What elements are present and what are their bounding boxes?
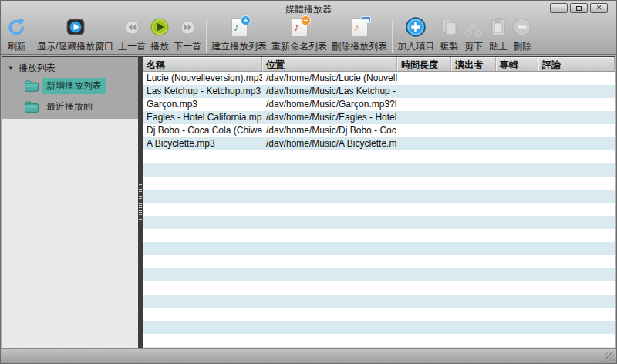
create-playlist-button[interactable]: ♪ + 建立播放列表	[209, 15, 269, 55]
cell-artist	[451, 124, 496, 137]
cell-album	[496, 137, 538, 150]
table-row[interactable]: Eagles - Hotel California.mp3 /dav/home/…	[143, 111, 615, 124]
table-row[interactable]: Las Ketchup - Ketchup.mp3 /dav/home/Musi…	[143, 85, 615, 98]
sidebar-item-label: 新增播放列表	[42, 78, 106, 94]
media-player-window: 媒體播放器 – ✕ 刷新	[0, 0, 617, 364]
tree-root-playlists[interactable]: ▼ 播放列表	[2, 60, 138, 76]
sidebar-splitter[interactable]	[138, 57, 143, 348]
cell-name: Eagles - Hotel California.mp3	[143, 111, 262, 124]
sidebar-item-recently-played[interactable]: 最近播放的	[2, 96, 138, 117]
delete-playlist-button[interactable]: ♪ ▬ 刪除播放列表	[329, 15, 389, 55]
rename-playlist-label: 重新命名列表	[271, 40, 327, 53]
cut-icon	[464, 15, 484, 39]
delete-button[interactable]: 刪除	[511, 15, 534, 55]
play-button[interactable]: 播放	[148, 15, 171, 55]
cell-name: Lucie (Nouvelleversion).mp3	[143, 72, 262, 85]
next-track-button[interactable]: 下一首	[171, 15, 204, 55]
refresh-icon	[6, 15, 27, 39]
cell-duration	[397, 85, 451, 98]
toolbar: 刷新 显示/隐藏播放窗口	[1, 15, 616, 55]
table-row[interactable]: A Bicyclette.mp3 /dav/home/Music/A Bicyc…	[143, 137, 615, 150]
show-hide-player-window-icon	[66, 15, 85, 39]
refresh-button[interactable]: 刷新	[4, 15, 29, 55]
cell-location: /dav/home/Music/Las Ketchup - I	[262, 85, 397, 98]
next-track-label: 下一首	[174, 40, 201, 53]
add-item-button[interactable]: 加入項目	[395, 15, 437, 55]
column-header-artist[interactable]: 演出者	[451, 57, 496, 71]
playlist-sidebar: ▼ 播放列表 新增播放列表	[2, 57, 138, 348]
show-hide-player-window-button[interactable]: 显示/隐藏播放窗口	[35, 15, 116, 55]
minimize-button[interactable]: –	[550, 3, 568, 13]
paste-button[interactable]: 貼上	[486, 15, 511, 55]
cell-name: A Bicyclette.mp3	[143, 137, 262, 150]
previous-track-icon	[125, 15, 140, 39]
column-header-album[interactable]: 專輯	[496, 57, 538, 71]
cell-name: Dj Bobo - Coca Cola (Chiwav	[143, 124, 262, 137]
previous-track-button[interactable]: 上一首	[116, 15, 148, 55]
cell-comment	[538, 137, 615, 150]
cell-artist	[451, 72, 496, 85]
table-header: 名稱 位置 時間長度 演出者 專輯 評論	[143, 57, 615, 72]
column-header-location[interactable]: 位置	[262, 57, 397, 71]
cell-comment	[538, 124, 615, 137]
rename-playlist-button[interactable]: ♪ − 重新命名列表	[269, 15, 329, 55]
cell-artist	[451, 98, 496, 111]
play-label: 播放	[150, 40, 169, 53]
cell-album	[496, 111, 538, 124]
previous-track-label: 上一首	[118, 40, 146, 53]
cell-artist	[451, 85, 496, 98]
window-chrome: 媒體播放器 – ✕ 刷新	[1, 1, 616, 55]
copy-icon	[439, 15, 459, 39]
folder-icon	[25, 80, 39, 92]
playlist-tree: ▼ 播放列表 新增播放列表	[2, 57, 138, 119]
titlebar[interactable]: 媒體播放器 – ✕	[1, 1, 616, 15]
add-item-icon	[406, 15, 426, 39]
cell-comment	[538, 98, 615, 111]
table-row[interactable]: Lucie (Nouvelleversion).mp3 /dav/home/Mu…	[143, 72, 615, 85]
cell-location: /dav/home/Music/Eagles - Hotel	[262, 111, 397, 124]
cell-comment	[538, 85, 615, 98]
column-header-comment[interactable]: 評論	[538, 57, 615, 71]
create-playlist-label: 建立播放列表	[211, 40, 267, 53]
cell-name: Garçon.mp3	[143, 98, 262, 111]
track-table: 名稱 位置 時間長度 演出者 專輯 評論 Lucie (Nouvellevers…	[143, 57, 615, 348]
paste-icon	[488, 15, 508, 39]
delete-label: 刪除	[513, 40, 531, 53]
delete-playlist-label: 刪除播放列表	[332, 40, 387, 53]
play-icon	[150, 15, 169, 39]
copy-button[interactable]: 複製	[437, 15, 461, 55]
create-playlist-icon: ♪ +	[231, 15, 248, 39]
column-header-duration[interactable]: 時間長度	[397, 57, 451, 71]
table-body: Lucie (Nouvelleversion).mp3 /dav/home/Mu…	[143, 72, 615, 348]
sidebar-item-new-playlist[interactable]: 新增播放列表	[2, 76, 138, 96]
window-controls: – ✕	[550, 3, 608, 13]
paste-label: 貼上	[489, 40, 507, 53]
refresh-label: 刷新	[8, 40, 26, 53]
rename-playlist-icon: ♪ −	[292, 15, 308, 39]
cell-name: Las Ketchup - Ketchup.mp3	[143, 85, 262, 98]
status-bar	[1, 348, 616, 363]
cell-location: /dav/home/Music/Garçon.mp3?l	[262, 98, 397, 111]
column-header-name[interactable]: 名稱	[143, 57, 262, 71]
cut-button[interactable]: 剪下	[461, 15, 486, 55]
cell-comment	[538, 72, 615, 85]
cell-location: /dav/home/Music/A Bicyclette.mp	[262, 137, 397, 150]
toolbar-separator	[32, 19, 32, 53]
resize-grip[interactable]	[605, 352, 615, 362]
table-row[interactable]: Garçon.mp3 /dav/home/Music/Garçon.mp3?l	[143, 98, 615, 111]
maximize-button[interactable]	[570, 3, 588, 13]
cell-comment	[538, 111, 615, 124]
table-row[interactable]: Dj Bobo - Coca Cola (Chiwav /dav/home/Mu…	[143, 124, 615, 137]
cell-artist	[451, 111, 496, 124]
sidebar-item-label: 最近播放的	[42, 99, 97, 115]
cell-duration	[397, 137, 451, 150]
cell-location: /dav/home/Music/Dj Bobo - Coc	[262, 124, 397, 137]
maximize-icon	[576, 6, 582, 11]
cell-album	[496, 124, 538, 137]
delete-icon	[513, 15, 531, 39]
cell-duration	[397, 111, 451, 124]
cell-album	[496, 72, 538, 85]
cell-duration	[397, 124, 451, 137]
cut-label: 剪下	[464, 40, 483, 53]
close-button[interactable]: ✕	[590, 3, 608, 13]
